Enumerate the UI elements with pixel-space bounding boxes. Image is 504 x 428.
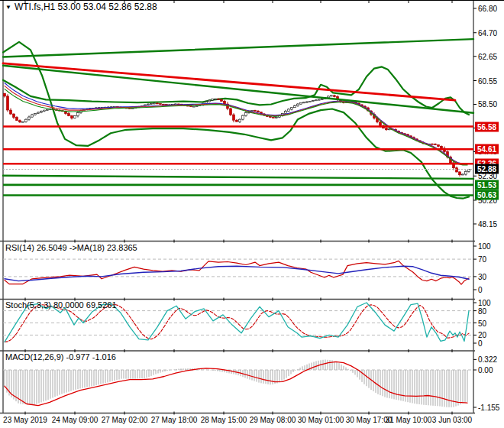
price-level-badge-support: 50.63 [475, 190, 499, 200]
candle-body [230, 109, 232, 115]
candle-body [462, 174, 464, 175]
macd-indicator-title: MACD(12,26,9) -0.977 -1.016 [5, 352, 116, 362]
candle-body [431, 144, 434, 144]
candle-body [144, 105, 147, 105]
rsi-axis-label: 30 [478, 272, 486, 280]
candle-body [318, 99, 321, 100]
candle-body [312, 101, 315, 102]
candle-body [321, 99, 324, 99]
candle-body [288, 109, 290, 112]
chart-canvas [0, 0, 504, 428]
time-axis-label: 27 May 18:00 [151, 416, 198, 424]
candle-body [40, 112, 43, 113]
candle-body [291, 108, 293, 109]
candle-body [190, 106, 192, 107]
macd-axis-label: -1.155 [478, 403, 499, 411]
rsi-axis-label: 100 [478, 242, 491, 251]
rsi-indicator-title: RSI(14) 26.5049 ->MA(18) 23.8365 [5, 243, 137, 252]
candle-body [306, 102, 309, 102]
candle-body [273, 118, 275, 118]
candle-body [224, 101, 226, 104]
candle-body [34, 114, 37, 115]
candle-body [380, 122, 382, 126]
candle-body [276, 118, 278, 118]
time-axis-label: 24 May 09:00 [52, 416, 99, 424]
candle-body [153, 103, 156, 104]
candle-body [386, 128, 388, 130]
candle-body [13, 114, 15, 118]
stoch-axis-label: 50 [478, 319, 486, 327]
stoch-axis-label: 80 [478, 306, 486, 315]
candle-body [245, 113, 247, 116]
rsi-axis-label: 70 [478, 255, 486, 264]
candle-body [150, 104, 153, 105]
price-axis-label: 48.15 [478, 219, 497, 228]
candle-body [28, 117, 31, 119]
time-axis-label: 31 May 10:00 [386, 416, 432, 424]
time-axis-label: 27 May 02:00 [102, 416, 148, 424]
price-level-badge-resistance: 54.61 [475, 144, 499, 154]
candle-body [163, 104, 165, 105]
price-axis-label: 62.65 [478, 52, 497, 60]
candle-body [7, 96, 9, 110]
candle-body [212, 99, 214, 101]
background [0, 0, 504, 428]
price-level-badge-resistance: 56.58 [475, 122, 499, 131]
candle-body [16, 118, 18, 121]
candle-body [297, 104, 299, 105]
candle-body [459, 172, 461, 175]
candle-body [239, 119, 241, 122]
candle-body [441, 146, 443, 148]
macd-axis-label: 0.322 [478, 355, 497, 364]
candle-body [270, 116, 272, 117]
candle-body [218, 99, 220, 99]
candle-body [19, 121, 21, 122]
candle-body [309, 101, 312, 102]
time-axis-label: 28 May 15:00 [201, 416, 247, 424]
symbol-ohlc-title: WTI.fs,H1 53.00 53.04 52.86 52.88 [15, 2, 157, 12]
candle-body [77, 113, 79, 116]
candle-body [147, 104, 150, 105]
price-axis-label: 64.70 [478, 28, 497, 37]
candle-body [254, 110, 257, 111]
candle-body [389, 129, 391, 130]
price-level-badge-support: 51.53 [475, 180, 499, 190]
candle-body [303, 102, 305, 103]
candle-body [193, 106, 195, 107]
symbol-dropdown-icon[interactable]: ▼ [5, 4, 11, 11]
candle-body [257, 111, 260, 112]
chart-header: ▼WTI.fs,H1 53.00 53.04 52.86 52.88 [5, 2, 157, 12]
time-axis-label: 23 May 2019 [3, 416, 47, 424]
stoch-axis-label: 20 [478, 331, 486, 339]
candle-body [438, 144, 440, 146]
time-axis-label: 29 May 08:00 [250, 416, 296, 424]
candle-body [157, 103, 159, 104]
candle-body [233, 115, 235, 120]
candle-body [215, 99, 217, 99]
candle-body [251, 110, 254, 111]
candle-body [456, 168, 458, 172]
time-axis-label: 3 Jun 03:00 [432, 416, 472, 424]
candle-body [465, 171, 467, 174]
candle-body [334, 96, 336, 97]
candle-body [37, 112, 40, 114]
stoch-axis-label: 0 [478, 339, 483, 348]
candle-body [31, 115, 34, 117]
candle-body [25, 119, 27, 122]
stoch-axis-label: 100 [478, 299, 491, 307]
current-price-badge: 52.88 [475, 164, 499, 174]
price-axis-label: 58.50 [478, 100, 497, 109]
candle-body [10, 110, 12, 114]
candle-body [315, 100, 318, 101]
candle-body [208, 100, 211, 102]
macd-axis-label: 0.00 [478, 366, 493, 374]
candle-body [221, 99, 223, 101]
candle-body [68, 114, 70, 116]
candle-body [160, 104, 162, 105]
rsi-axis-label: 0 [478, 286, 483, 294]
candle-body [22, 122, 24, 122]
time-axis-label: 30 May 01:00 [298, 416, 344, 424]
candle-body [285, 112, 287, 114]
candle-body [242, 115, 244, 119]
candle-body [205, 102, 208, 103]
